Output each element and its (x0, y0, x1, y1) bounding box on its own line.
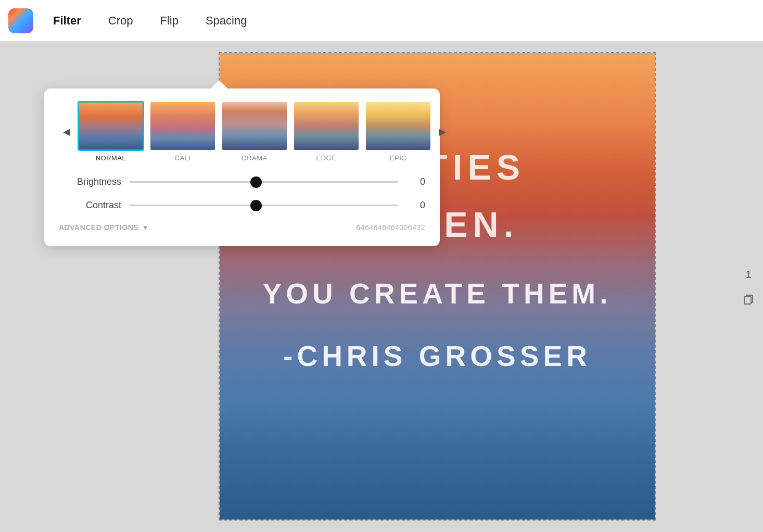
filter-label-edge: EDGE (316, 154, 337, 162)
copy-icon[interactable] (739, 290, 758, 309)
filter-item-edge[interactable]: EDGE (293, 101, 360, 162)
spacing-tab[interactable]: Spacing (194, 9, 259, 33)
filter-label-epic: EPIC (390, 154, 406, 162)
page-number: 1 (739, 265, 758, 284)
quote-line-3: YOU CREATE THEM. (220, 277, 655, 310)
contrast-row: Contrast 0 (59, 200, 425, 211)
filter-row: ◀ NORMAL CALI (59, 101, 425, 162)
brightness-label: Brightness (59, 176, 121, 187)
brightness-slider[interactable] (130, 181, 398, 184)
filter-label-cali: CALI (175, 154, 191, 162)
toolbar: Filter Crop Flip Spacing (0, 0, 763, 42)
quote-line-4: -CHRIS GROSSER (220, 339, 655, 373)
contrast-slider[interactable] (130, 204, 398, 207)
filter-label-drama: DRAMA (241, 154, 267, 162)
filter-thumb-drama[interactable] (221, 101, 288, 151)
canvas-area: UNITIES APPEN. YOU CREATE THEM. -CHRIS G… (0, 42, 763, 532)
contrast-label: Contrast (59, 200, 121, 211)
filter-item-drama[interactable]: DRAMA (221, 101, 288, 162)
filter-thumb-cali[interactable] (149, 101, 216, 151)
crop-tab[interactable]: Crop (97, 9, 145, 33)
filter-prev-arrow[interactable]: ◀ (59, 124, 74, 140)
brightness-track (130, 181, 398, 183)
filter-next-arrow[interactable]: ▶ (435, 124, 450, 140)
contrast-value: 0 (406, 200, 425, 211)
filter-thumb-normal[interactable] (78, 101, 144, 151)
brightness-value: 0 (406, 176, 425, 187)
filter-thumb-edge[interactable] (293, 101, 360, 151)
advanced-row: ADVANCED OPTIONS ▼ 6464646464006432 (59, 223, 425, 232)
contrast-track (130, 205, 398, 206)
app-icon (8, 8, 33, 33)
svg-rect-0 (744, 297, 751, 304)
popup-triangle (211, 80, 227, 88)
filter-thumbnails: NORMAL CALI DRAMA (78, 101, 431, 162)
brightness-row: Brightness 0 (59, 176, 425, 187)
filter-popup: ◀ NORMAL CALI (44, 88, 440, 246)
filter-item-cali[interactable]: CALI (149, 101, 216, 162)
contrast-thumb[interactable] (250, 200, 262, 211)
right-sidebar: 1 (739, 265, 758, 309)
flip-tab[interactable]: Flip (148, 9, 189, 33)
filter-label-normal: NORMAL (96, 154, 126, 162)
advanced-options-label: ADVANCED OPTIONS (59, 223, 138, 232)
brightness-thumb[interactable] (250, 176, 262, 188)
advanced-options-button[interactable]: ADVANCED OPTIONS ▼ (59, 223, 149, 232)
filter-tab[interactable]: Filter (42, 9, 93, 33)
advanced-options-arrow: ▼ (142, 223, 149, 232)
filter-item-normal[interactable]: NORMAL (78, 101, 144, 162)
filter-thumb-epic[interactable] (365, 101, 431, 151)
asset-id: 6464646464006432 (356, 223, 425, 232)
filter-item-epic[interactable]: EPIC (365, 101, 431, 162)
